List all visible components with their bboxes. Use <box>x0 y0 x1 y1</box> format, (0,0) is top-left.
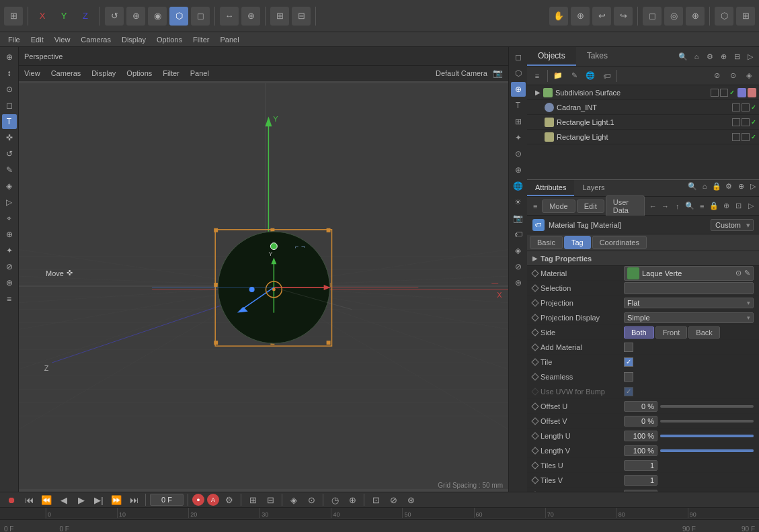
left-tool-move[interactable]: ↕ <box>2 66 17 81</box>
menu-cameras[interactable]: Cameras <box>75 32 116 47</box>
rv-icon-mat[interactable]: ◈ <box>511 243 526 258</box>
menu-panel[interactable]: Panel <box>214 32 244 47</box>
sub-tag-2[interactable] <box>748 88 756 97</box>
rv-icon-script[interactable]: ⊛ <box>511 275 526 290</box>
x-axis-icon[interactable]: X <box>33 7 52 26</box>
rv-icon-poly[interactable]: ⬡ <box>511 66 526 81</box>
rl-vis-square[interactable] <box>732 133 740 141</box>
vp-menu-filter[interactable]: Filter <box>157 66 184 81</box>
menu-options[interactable]: Options <box>151 32 188 47</box>
left-tool-play[interactable]: ▷ <box>2 195 17 210</box>
projection-select[interactable]: Flat ▾ <box>624 298 754 308</box>
proj-display-diamond[interactable] <box>531 314 538 321</box>
tiles-u-value[interactable]: 1 <box>624 460 657 471</box>
tl-extra2-icon[interactable]: ⊘ <box>386 492 401 507</box>
menu-file[interactable]: File <box>3 32 26 47</box>
objects-edit2-icon[interactable]: ✎ <box>567 69 582 83</box>
left-tool-rotate[interactable]: ◻ <box>2 98 17 113</box>
offset-u-value[interactable]: 0 % <box>624 401 657 412</box>
tl-layout2-icon[interactable]: ⊟ <box>263 492 278 507</box>
left-tool-select[interactable]: ⊕ <box>2 50 17 64</box>
snap-icon[interactable]: ⊟ <box>292 7 311 26</box>
rv-icon-grid[interactable]: ⊞ <box>511 114 526 129</box>
sub-vis-square[interactable] <box>711 89 719 97</box>
attr-expand-icon[interactable]: ⊕ <box>735 180 747 192</box>
subtab-basic[interactable]: Basic <box>530 236 563 249</box>
objects-settings-icon[interactable]: ⚙ <box>704 50 716 62</box>
y-axis-icon[interactable]: Y <box>54 7 73 26</box>
length-v-diamond[interactable] <box>531 447 538 454</box>
rv-icon-light[interactable]: ☀ <box>511 195 526 210</box>
material-edit-icon[interactable]: ✎ <box>744 269 750 277</box>
tab-takes[interactable]: Takes <box>576 47 618 66</box>
obj-item-rect-light[interactable]: Rectangle Light ✓ <box>527 130 759 144</box>
add-mat-checkbox[interactable] <box>624 343 633 352</box>
subtab-tag[interactable]: Tag <box>564 236 591 249</box>
new-object-icon[interactable]: ⊕ <box>126 7 145 26</box>
rl-check[interactable]: ✓ <box>751 134 756 140</box>
tl-prev-key-icon[interactable]: ⏪ <box>39 492 54 507</box>
tile-checkbox[interactable]: ✓ <box>624 357 633 367</box>
tl-layout1-icon[interactable]: ⊞ <box>245 492 260 507</box>
proj-display-select[interactable]: Simple ▾ <box>624 312 754 323</box>
vp-menu-view[interactable]: View <box>19 66 46 81</box>
tab-layers[interactable]: Layers <box>574 180 612 196</box>
tl-record2-icon[interactable]: ● <box>192 494 204 506</box>
attr-up-icon[interactable]: ↑ <box>672 199 683 214</box>
tiles-u-diamond[interactable] <box>531 461 538 469</box>
attr-userdata-btn[interactable]: User Data <box>606 195 645 217</box>
rv-icon-star[interactable]: ✦ <box>511 130 526 145</box>
render-settings-icon[interactable]: ◻ <box>643 7 662 26</box>
attr-menu-icon[interactable]: ≡ <box>530 199 541 214</box>
mode-icon[interactable]: ◉ <box>148 7 167 26</box>
attr-lock2-icon[interactable]: 🔒 <box>709 199 719 214</box>
menu-edit[interactable]: Edit <box>26 32 49 47</box>
tiles-v-diamond[interactable] <box>531 476 538 484</box>
attr-new-icon[interactable]: ⊕ <box>721 199 731 214</box>
obj-item-cadran[interactable]: Cadran_INT ✓ <box>527 100 759 115</box>
viewport[interactable]: Perspective View Cameras Display Options… <box>19 47 508 492</box>
objects-layout-icon[interactable]: ⊙ <box>725 69 740 83</box>
objects-collapse-icon[interactable]: ⊟ <box>731 50 743 62</box>
hand-icon[interactable]: ✋ <box>549 7 568 26</box>
rl1-render-square[interactable] <box>742 118 750 126</box>
tl-preview1-icon[interactable]: ◷ <box>327 492 342 507</box>
attr-play-icon[interactable]: ▷ <box>746 199 756 214</box>
objects-search-icon[interactable]: 🔍 <box>677 50 689 62</box>
tab-objects[interactable]: Objects <box>527 47 576 66</box>
rl1-vis-square[interactable] <box>732 118 740 126</box>
side-btn-back[interactable]: Back <box>688 326 719 339</box>
tl-prev-frame-icon[interactable]: ◀ <box>56 492 71 507</box>
length-v-value[interactable]: 100 % <box>624 445 657 456</box>
length-u-value[interactable]: 100 % <box>624 431 657 441</box>
move-icon[interactable]: ↔ <box>220 7 239 26</box>
sub-check[interactable]: ✓ <box>729 89 735 96</box>
object-mode-icon[interactable]: ◻ <box>191 7 210 26</box>
z-axis-icon[interactable]: Z <box>76 7 95 26</box>
sub-tag-mat[interactable] <box>737 88 746 97</box>
projection-diamond[interactable] <box>531 299 538 306</box>
render-icon[interactable]: ◎ <box>664 7 683 26</box>
objects-menu-icon[interactable]: ≡ <box>530 69 545 83</box>
seamless-diamond[interactable] <box>531 373 538 380</box>
rl-render-square[interactable] <box>742 133 750 141</box>
anim-icon[interactable]: ⬡ <box>715 7 733 26</box>
side-btn-front[interactable]: Front <box>655 326 688 339</box>
expand-triangle[interactable]: ▶ <box>532 255 538 262</box>
tl-to-start-icon[interactable]: ⏮ <box>22 492 36 507</box>
tl-curve-icon[interactable]: ⊙ <box>304 492 319 507</box>
attr-forward-icon[interactable]: → <box>660 199 670 214</box>
selection-value[interactable] <box>624 282 754 294</box>
cadran-render-square[interactable] <box>742 103 750 112</box>
obj-item-subdivision[interactable]: ▶ Subdivision Surface ✓ <box>527 85 759 100</box>
tab-attributes[interactable]: Attributes <box>527 180 574 196</box>
rv-icon-add[interactable]: ⊕ <box>511 163 526 177</box>
left-tool-loop[interactable]: ⊘ <box>2 259 17 274</box>
tl-play-icon[interactable]: ▶ <box>74 492 89 507</box>
left-tool-target[interactable]: ⌖ <box>2 211 17 226</box>
attr-menu2-icon[interactable]: ≡ <box>696 199 707 214</box>
scale-icon[interactable]: ⊕ <box>241 7 260 26</box>
rv-icon-tag[interactable]: 🏷 <box>511 227 526 242</box>
left-tool-add[interactable]: ⊕ <box>2 227 17 242</box>
material-sphere-icon[interactable]: ⊙ <box>735 269 742 277</box>
